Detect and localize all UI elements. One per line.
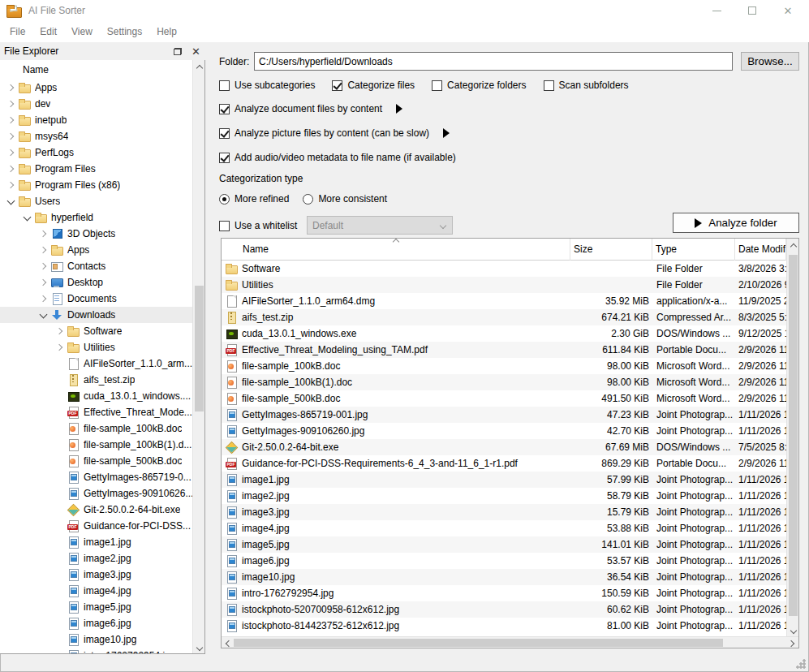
table-row-git-2-50-0-2-64-bit-exe[interactable]: Git-2.50.0.2-64-bit.exe67.69 MiBDOS/Wind…: [222, 439, 786, 455]
table-row-guidance-for-pci-dss-requirements-6-4-3-and-11-6-1-r1-pdf[interactable]: Guidance-for-PCI-DSS-Requirements-6_4_3-…: [222, 455, 786, 472]
table-row-cuda-13-0-1-windows-exe[interactable]: cuda_13.0.1_windows.exe2.30 GiBDOS/Windo…: [222, 325, 786, 342]
table-row-file-sample-100kb-1-doc[interactable]: file-sample_100kB(1).doc98.00 KiBMicroso…: [222, 374, 786, 390]
checkbox-scan-subfolders[interactable]: Scan subfolders: [544, 80, 629, 91]
tree-item-gettyimages-865719-0[interactable]: GettyImages-865719-0...: [0, 469, 192, 485]
chevron-right-icon[interactable]: [5, 114, 18, 127]
tree-vertical-scrollbar[interactable]: [192, 60, 204, 654]
table-row-image4-jpg[interactable]: image4.jpg53.88 KiBJoint Photograp...1/1…: [222, 520, 786, 536]
tree-item-dev[interactable]: dev: [0, 96, 192, 112]
menu-item-file[interactable]: File: [2, 23, 32, 41]
table-row-image2-jpg[interactable]: image2.jpg58.79 KiBJoint Photograp...1/1…: [222, 488, 786, 504]
tree-item-image2-jpg[interactable]: image2.jpg: [0, 550, 192, 566]
chevron-right-icon[interactable]: [5, 97, 18, 110]
tree-item-gettyimages-90910626[interactable]: GettyImages-90910626...: [0, 485, 192, 502]
checkbox-add-audio-video-metadata-to-file-name-if-available[interactable]: Add audio/video metadata to file name (i…: [219, 152, 456, 163]
tree-item-aifilesorter-1-1-0-arm[interactable]: AIFileSorter_1.1.0_arm...: [0, 355, 192, 372]
tree-item-file-sample-100kb-doc[interactable]: file-sample_100kB.doc: [0, 420, 192, 437]
tree-item-effective-threat-mode[interactable]: Effective_Threat_Mode...: [0, 404, 192, 420]
scroll-down-icon[interactable]: [193, 641, 205, 654]
analyze-folder-button[interactable]: Analyze folder: [673, 213, 799, 233]
use-whitelist-checkbox[interactable]: Use a whitelist: [219, 220, 297, 231]
tree-item-image5-jpg[interactable]: image5.jpg: [0, 599, 192, 615]
tree-item-users[interactable]: Users: [0, 193, 192, 209]
checkbox-icon[interactable]: [544, 80, 554, 91]
chevron-right-icon[interactable]: [5, 146, 18, 159]
chevron-right-icon[interactable]: [37, 227, 50, 240]
table-row-intro-1762792954-jpg[interactable]: intro-1762792954.jpg150.59 KiBJoint Phot…: [222, 585, 786, 601]
scroll-up-icon[interactable]: [193, 60, 205, 73]
tree-item-intro-1762792954-jpg[interactable]: intro-1762792954.jpg: [0, 648, 192, 654]
tree-item-image1-jpg[interactable]: image1.jpg: [0, 534, 192, 550]
browse-button[interactable]: Browse...: [741, 52, 799, 71]
table-row-utilities[interactable]: UtilitiesFile Folder2/10/2026 9:: [222, 277, 786, 293]
submenu-arrow-icon[interactable]: [443, 128, 450, 138]
tree-item-utilities[interactable]: Utilities: [0, 339, 192, 355]
submenu-arrow-icon[interactable]: [396, 104, 402, 114]
chevron-right-icon[interactable]: [37, 292, 50, 305]
tree-item-program-files-x86[interactable]: Program Files (x86): [0, 177, 192, 193]
tree-item-contacts[interactable]: Contacts: [0, 258, 192, 274]
close-icon[interactable]: ✕: [770, 0, 806, 21]
table-row-aifs-test-zip[interactable]: aifs_test.zip674.21 KiBCompressed Ar...8…: [222, 309, 786, 325]
radio-icon[interactable]: [219, 194, 230, 205]
table-hscrollbar-thumb[interactable]: [234, 639, 723, 647]
checkbox-icon[interactable]: [332, 80, 342, 91]
tree-item-hyperfield[interactable]: hyperfield: [0, 209, 192, 226]
scroll-left-icon[interactable]: [222, 637, 234, 648]
chevron-right-icon[interactable]: [5, 162, 18, 175]
chevron-right-icon[interactable]: [5, 130, 18, 143]
table-row-effective-threat-modeling-using-tam-pdf[interactable]: Effective_Threat_Modeling_using_TAM.pdf6…: [222, 342, 786, 358]
tree-item-image10-jpg[interactable]: image10.jpg: [0, 631, 192, 648]
folder-path-input[interactable]: [254, 52, 733, 71]
chevron-right-icon[interactable]: [37, 243, 50, 256]
tree-item-aifs-test-zip[interactable]: aifs_test.zip: [0, 372, 192, 388]
checkbox-icon[interactable]: [432, 80, 442, 91]
scroll-up-icon[interactable]: [787, 239, 799, 252]
table-row-image10-jpg[interactable]: image10.jpg36.54 KiBJoint Photograp...1/…: [222, 569, 786, 585]
table-row-image5-jpg[interactable]: image5.jpg141.01 KiBJoint Photograp...1/…: [222, 536, 786, 553]
checkbox-icon[interactable]: [219, 153, 230, 163]
radio-more-consistent[interactable]: More consistent: [303, 193, 387, 205]
tree-item-image4-jpg[interactable]: image4.jpg: [0, 583, 192, 599]
checkbox-categorize-files[interactable]: Categorize files: [332, 80, 415, 91]
checkbox-icon[interactable]: [219, 221, 230, 231]
tree-item-msys64[interactable]: msys64: [0, 128, 192, 144]
checkbox-analyze-document-files-by-content[interactable]: Analyze document files by content: [219, 103, 402, 114]
table-row-gettyimages-909106260-jpg[interactable]: GettyImages-909106260.jpg42.70 KiBJoint …: [222, 423, 786, 439]
dock-close-icon[interactable]: ✕: [191, 46, 203, 57]
checkbox-icon[interactable]: [219, 80, 230, 91]
checkbox-icon[interactable]: [219, 104, 230, 114]
tree-item-desktop[interactable]: Desktop: [0, 274, 192, 291]
chevron-right-icon[interactable]: [5, 179, 18, 192]
table-vertical-scrollbar[interactable]: [786, 239, 798, 637]
table-row-istockphoto-520700958-612x612-jpg[interactable]: istockphoto-520700958-612x612.jpg60.62 K…: [222, 601, 786, 618]
chevron-right-icon[interactable]: [37, 276, 50, 289]
column-header-name[interactable]: Name: [222, 239, 570, 261]
tree-item-software[interactable]: Software: [0, 323, 192, 339]
tree-item-file-sample-100kb-1-d[interactable]: file-sample_100kB(1).d...: [0, 437, 192, 453]
resize-grip[interactable]: [796, 659, 806, 669]
tree-item-guidance-for-pci-dss[interactable]: Guidance-for-PCI-DSS...: [0, 518, 192, 534]
scroll-down-icon[interactable]: [787, 624, 799, 637]
tree-item-program-files[interactable]: Program Files: [0, 161, 192, 177]
table-row-image6-jpg[interactable]: image6.jpg53.57 KiBJoint Photograp...1/1…: [222, 553, 786, 569]
chevron-down-icon[interactable]: [5, 195, 18, 208]
chevron-right-icon[interactable]: [54, 325, 67, 338]
chevron-right-icon[interactable]: [54, 341, 67, 354]
tree-item-file-sample-500kb-doc[interactable]: file-sample_500kB.doc: [0, 453, 192, 469]
tree-item-documents[interactable]: Documents: [0, 291, 192, 307]
tree-item-image3-jpg[interactable]: image3.jpg: [0, 566, 192, 583]
table-row-file-sample-500kb-doc[interactable]: file-sample_500kB.doc491.50 KiBMicrosoft…: [222, 390, 786, 407]
checkbox-analyze-picture-files-by-content-can-be-slow[interactable]: Analyze picture files by content (can be…: [219, 127, 450, 139]
checkbox-categorize-folders[interactable]: Categorize folders: [432, 80, 526, 91]
tree-item-downloads[interactable]: Downloads: [0, 307, 192, 323]
float-panel-icon[interactable]: [174, 48, 182, 55]
tree-item-perflogs[interactable]: PerfLogs: [0, 144, 192, 161]
tree-item-git-2-50-0-2-64-bit-exe[interactable]: Git-2.50.0.2-64-bit.exe: [0, 502, 192, 518]
column-header-type[interactable]: Type: [652, 239, 735, 261]
chevron-down-icon[interactable]: [21, 211, 34, 224]
scroll-right-icon[interactable]: [786, 637, 798, 648]
table-row-file-sample-100kb-doc[interactable]: file-sample_100kB.doc98.00 KiBMicrosoft …: [222, 358, 786, 374]
chevron-down-icon[interactable]: [37, 308, 50, 321]
table-horizontal-scrollbar[interactable]: [222, 636, 798, 648]
